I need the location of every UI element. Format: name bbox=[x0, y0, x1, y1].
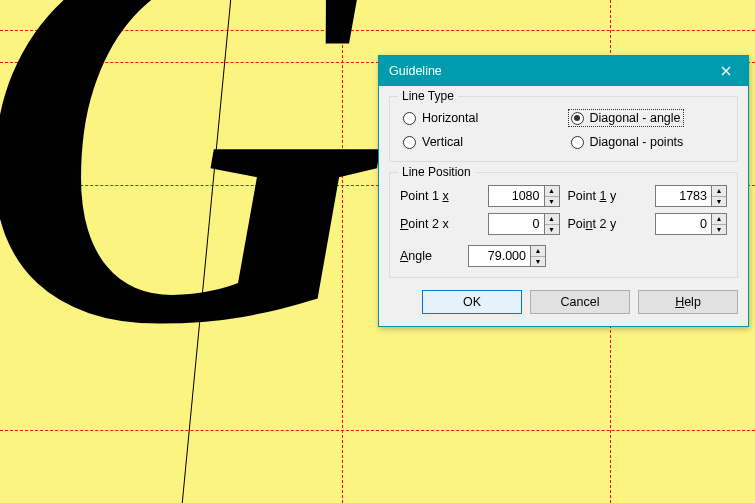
spinner-point2y[interactable]: ▲▼ bbox=[655, 213, 727, 235]
radio-label: Horizontal bbox=[422, 111, 478, 125]
group-label: Line Position bbox=[398, 165, 475, 179]
label-point1y: Point 1 y bbox=[568, 189, 617, 203]
close-icon[interactable] bbox=[710, 60, 742, 82]
radio-label: Vertical bbox=[422, 135, 463, 149]
spinner-buttons[interactable]: ▲▼ bbox=[544, 213, 560, 235]
label-point2y: Point 2 y bbox=[568, 217, 617, 231]
spinner-buttons[interactable]: ▲▼ bbox=[711, 213, 727, 235]
radio-icon bbox=[571, 136, 584, 149]
spinner-buttons[interactable]: ▲▼ bbox=[544, 185, 560, 207]
cancel-button[interactable]: Cancel bbox=[530, 290, 630, 314]
guideline-dialog: Guideline Line Type Horizontal Diagonal … bbox=[378, 55, 749, 327]
label-point2x: Point 2 x bbox=[400, 217, 449, 231]
chevron-down-icon: ▼ bbox=[712, 197, 726, 207]
radio-icon bbox=[403, 112, 416, 125]
radio-diagonal-angle[interactable]: Diagonal - angle bbox=[568, 109, 684, 127]
chevron-up-icon: ▲ bbox=[545, 214, 559, 225]
spinner-point1y[interactable]: ▲▼ bbox=[655, 185, 727, 207]
spinner-point1x[interactable]: ▲▼ bbox=[488, 185, 560, 207]
radio-horizontal[interactable]: Horizontal bbox=[400, 109, 481, 127]
chevron-down-icon: ▼ bbox=[545, 197, 559, 207]
group-label: Line Type bbox=[398, 89, 458, 103]
group-line-position: Line Position Point 1 x ▲▼ Point 1 y ▲▼ bbox=[389, 172, 738, 278]
input-point1y[interactable] bbox=[655, 185, 711, 207]
help-button[interactable]: Help bbox=[638, 290, 738, 314]
ok-button[interactable]: OK bbox=[422, 290, 522, 314]
radio-label: Diagonal - angle bbox=[590, 111, 681, 125]
input-point2x[interactable] bbox=[488, 213, 544, 235]
dialog-button-bar: OK Cancel Help bbox=[379, 280, 748, 326]
chevron-up-icon: ▲ bbox=[531, 246, 545, 257]
input-point2y[interactable] bbox=[655, 213, 711, 235]
radio-label: Diagonal - points bbox=[590, 135, 684, 149]
radio-icon bbox=[403, 136, 416, 149]
chevron-down-icon: ▼ bbox=[531, 257, 545, 267]
chevron-down-icon: ▼ bbox=[545, 225, 559, 235]
spinner-buttons[interactable]: ▲▼ bbox=[530, 245, 546, 267]
input-point1x[interactable] bbox=[488, 185, 544, 207]
spinner-angle[interactable]: ▲▼ bbox=[468, 245, 546, 267]
radio-icon bbox=[571, 112, 584, 125]
label-point1x: Point 1 x bbox=[400, 189, 449, 203]
spinner-buttons[interactable]: ▲▼ bbox=[711, 185, 727, 207]
radio-diagonal-points[interactable]: Diagonal - points bbox=[568, 133, 687, 151]
spinner-point2x[interactable]: ▲▼ bbox=[488, 213, 560, 235]
chevron-up-icon: ▲ bbox=[712, 186, 726, 197]
dialog-title: Guideline bbox=[389, 64, 710, 78]
chevron-up-icon: ▲ bbox=[712, 214, 726, 225]
radio-vertical[interactable]: Vertical bbox=[400, 133, 466, 151]
input-angle[interactable] bbox=[468, 245, 530, 267]
glyph-preview: Ĝ bbox=[0, 0, 387, 453]
chevron-down-icon: ▼ bbox=[712, 225, 726, 235]
group-line-type: Line Type Horizontal Diagonal - angle Ve… bbox=[389, 96, 738, 162]
dialog-titlebar[interactable]: Guideline bbox=[379, 56, 748, 86]
label-angle: Angle bbox=[400, 249, 432, 263]
chevron-up-icon: ▲ bbox=[545, 186, 559, 197]
